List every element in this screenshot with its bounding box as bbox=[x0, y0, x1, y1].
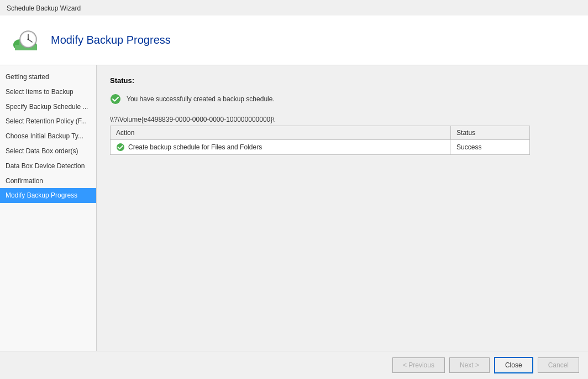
sidebar-item-modify-progress[interactable]: Modify Backup Progress bbox=[0, 188, 96, 203]
row-check-icon bbox=[116, 143, 125, 152]
table-cell-action-text: Create backup schedule for Files and Fol… bbox=[128, 143, 262, 151]
sidebar-item-select-items[interactable]: Select Items to Backup bbox=[0, 85, 96, 100]
title-bar-label: Schedule Backup Wizard bbox=[7, 4, 81, 12]
next-button[interactable]: Next > bbox=[449, 357, 490, 373]
table-body: Create backup schedule for Files and Fol… bbox=[111, 140, 529, 155]
table-cell-action: Create backup schedule for Files and Fol… bbox=[111, 140, 451, 155]
status-label: Status: bbox=[110, 76, 575, 85]
sidebar-item-getting-started[interactable]: Getting started bbox=[0, 70, 96, 85]
sidebar-item-detection[interactable]: Data Box Device Detection bbox=[0, 159, 96, 174]
svg-point-8 bbox=[28, 38, 29, 40]
table-cell-status: Success bbox=[451, 140, 529, 155]
table-header-row: Action Status bbox=[111, 126, 529, 140]
success-message-row: You have successfully created a backup s… bbox=[110, 94, 575, 105]
success-text: You have successfully created a backup s… bbox=[127, 95, 275, 103]
sidebar-item-choose-initial[interactable]: Choose Initial Backup Ty... bbox=[0, 129, 96, 144]
title-bar: Schedule Backup Wizard bbox=[0, 0, 588, 15]
results-table: Action Status Create backup schedule for… bbox=[111, 126, 529, 154]
svg-point-9 bbox=[111, 94, 120, 104]
main-layout: Getting startedSelect Items to BackupSpe… bbox=[0, 65, 588, 351]
col-status: Status bbox=[451, 126, 529, 140]
cancel-button[interactable]: Cancel bbox=[538, 357, 579, 373]
previous-button[interactable]: < Previous bbox=[392, 357, 445, 373]
header-icon bbox=[9, 24, 42, 57]
page-title: Modify Backup Progress bbox=[51, 34, 171, 46]
col-action: Action bbox=[111, 126, 451, 140]
sidebar-item-confirmation[interactable]: Confirmation bbox=[0, 174, 96, 189]
sidebar-item-select-retention[interactable]: Select Retention Policy (F... bbox=[0, 114, 96, 129]
content-area: Status: You have successfully created a … bbox=[97, 65, 588, 351]
header: Modify Backup Progress bbox=[0, 15, 588, 65]
volume-path: \\?\Volume{e4498839-0000-0000-0000-10000… bbox=[110, 116, 575, 123]
sidebar-item-specify-schedule[interactable]: Specify Backup Schedule ... bbox=[0, 100, 96, 115]
results-table-container: Action Status Create backup schedule for… bbox=[110, 126, 530, 155]
table-row: Create backup schedule for Files and Fol… bbox=[111, 140, 529, 155]
footer: < Previous Next > Close Cancel bbox=[0, 351, 588, 379]
success-check-icon bbox=[110, 94, 121, 105]
sidebar: Getting startedSelect Items to BackupSpe… bbox=[0, 65, 97, 351]
sidebar-item-select-databox[interactable]: Select Data Box order(s) bbox=[0, 144, 96, 159]
close-button[interactable]: Close bbox=[494, 357, 533, 373]
